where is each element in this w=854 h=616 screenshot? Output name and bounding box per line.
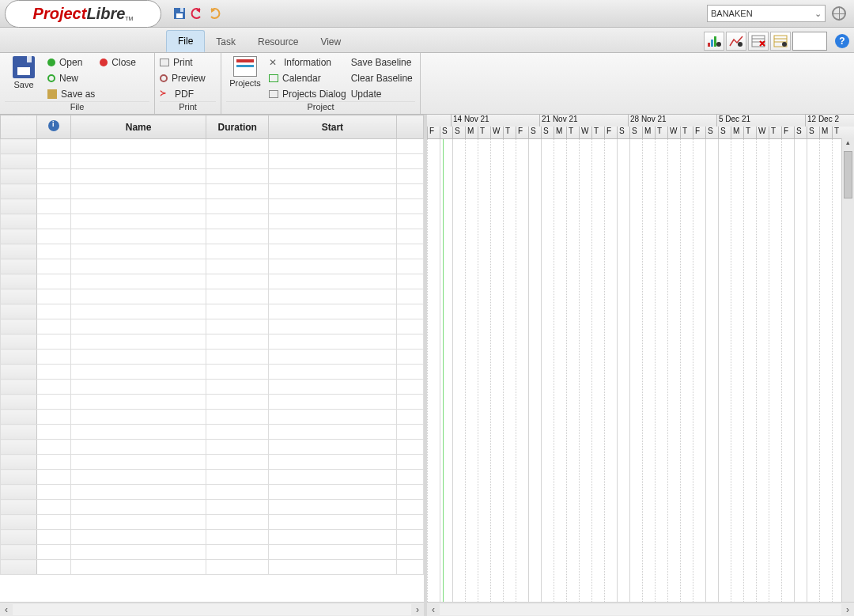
task-table[interactable]: Name Duration Start — [0, 115, 424, 575]
print-button[interactable]: Print — [160, 55, 206, 70]
day-header[interactable]: M — [465, 127, 478, 138]
day-header[interactable]: M — [819, 127, 832, 138]
table-row[interactable] — [1, 425, 424, 440]
gantt-hscroll[interactable]: ‹ › — [427, 602, 854, 616]
day-header[interactable]: F — [516, 127, 528, 138]
day-header[interactable]: M — [731, 127, 743, 138]
qat-save-icon[interactable] — [172, 6, 187, 21]
table-row[interactable] — [1, 440, 424, 455]
day-header[interactable]: T — [655, 127, 667, 138]
day-header[interactable]: S — [541, 127, 554, 138]
week-header[interactable]: 12 Dec 2 — [805, 115, 852, 127]
day-header[interactable]: W — [579, 127, 591, 138]
saveas-button[interactable]: Save as — [47, 87, 95, 101]
calendar-button[interactable]: Calendar — [269, 71, 346, 85]
day-header[interactable]: T — [743, 127, 756, 138]
day-header[interactable]: T — [832, 127, 845, 138]
day-header[interactable]: T — [591, 127, 604, 138]
day-header[interactable]: M — [642, 127, 655, 138]
day-header[interactable]: S — [452, 127, 465, 138]
day-header[interactable]: S — [528, 127, 541, 138]
day-header[interactable]: T — [503, 127, 516, 138]
timeline-weeks[interactable]: 14 Nov 2121 Nov 2128 Nov 215 Dec 2112 De… — [427, 115, 854, 127]
clear-baseline-button[interactable]: Clear Baseline — [351, 71, 413, 85]
task-table-hscroll[interactable]: ‹ › — [0, 602, 424, 616]
scroll-track[interactable] — [440, 604, 841, 615]
col-duration[interactable]: Duration — [206, 115, 269, 139]
day-header[interactable]: T — [478, 127, 490, 138]
scroll-left-icon[interactable]: ‹ — [427, 604, 440, 615]
help-icon[interactable]: ? — [835, 34, 849, 48]
table-row[interactable] — [1, 244, 424, 259]
table-row[interactable] — [1, 545, 424, 560]
table-row[interactable] — [1, 139, 424, 154]
week-header[interactable]: 21 Nov 21 — [539, 115, 628, 127]
pdf-button[interactable]: ≻PDF — [160, 87, 206, 101]
scroll-left-icon[interactable]: ‹ — [0, 604, 13, 615]
table-row[interactable] — [1, 380, 424, 395]
week-header[interactable]: 5 Dec 21 — [716, 115, 805, 127]
scroll-up-icon[interactable]: ▴ — [842, 138, 854, 149]
table-row[interactable] — [1, 259, 424, 274]
timeline-days[interactable]: FSSMTWTFSSMTWTFSSMTWTFSSMTWTFSSMT — [427, 127, 854, 138]
table-row[interactable] — [1, 350, 424, 365]
table-row[interactable] — [1, 515, 424, 530]
day-header[interactable]: T — [680, 127, 693, 138]
tab-resource[interactable]: Resource — [247, 32, 309, 52]
tab-file[interactable]: File — [166, 30, 205, 52]
day-header[interactable]: W — [490, 127, 503, 138]
week-header[interactable]: 14 Nov 21 — [451, 115, 539, 127]
table-row[interactable] — [1, 199, 424, 214]
table-row[interactable] — [1, 289, 424, 304]
table-row[interactable] — [1, 530, 424, 545]
close-button[interactable]: Close — [100, 55, 136, 70]
gantt-vscroll[interactable]: ▴ — [841, 138, 854, 602]
table-row[interactable] — [1, 395, 424, 410]
week-header[interactable]: 28 Nov 21 — [628, 115, 716, 127]
table-row[interactable] — [1, 214, 424, 229]
table-row[interactable] — [1, 229, 424, 244]
col-info[interactable] — [37, 115, 70, 139]
table-row[interactable] — [1, 560, 424, 575]
projects-button[interactable]: Projects — [226, 55, 264, 88]
day-header[interactable]: F — [427, 127, 440, 138]
tab-view[interactable]: View — [309, 32, 352, 52]
view-gantt-icon[interactable] — [704, 32, 724, 51]
day-header[interactable]: S — [807, 127, 819, 138]
view-empty-slot[interactable] — [792, 32, 827, 51]
timeline-header[interactable]: 14 Nov 2121 Nov 2128 Nov 215 Dec 2112 De… — [427, 115, 854, 139]
col-start[interactable]: Start — [269, 115, 397, 139]
table-row[interactable] — [1, 184, 424, 199]
table-row[interactable] — [1, 500, 424, 515]
save-button[interactable]: Save — [5, 55, 43, 89]
corner-header[interactable] — [1, 115, 37, 139]
update-button[interactable]: Update — [351, 87, 413, 101]
day-header[interactable]: F — [781, 127, 794, 138]
new-button[interactable]: New — [47, 71, 95, 85]
day-header[interactable]: S — [705, 127, 718, 138]
table-row[interactable] — [1, 455, 424, 470]
day-header[interactable]: T — [769, 127, 781, 138]
gantt-chart-area[interactable] — [427, 139, 854, 602]
qat-undo-icon[interactable] — [190, 6, 204, 21]
day-header[interactable]: T — [566, 127, 579, 138]
scroll-right-icon[interactable]: › — [411, 604, 424, 615]
table-row[interactable] — [1, 169, 424, 184]
table-row[interactable] — [1, 154, 424, 169]
scroll-track[interactable] — [13, 604, 411, 615]
day-header[interactable]: F — [604, 127, 617, 138]
col-extra[interactable] — [396, 115, 423, 139]
save-baseline-button[interactable]: Save Baseline — [351, 55, 413, 70]
table-row[interactable] — [1, 319, 424, 334]
table-row[interactable] — [1, 470, 424, 485]
day-header[interactable]: S — [794, 127, 807, 138]
projects-dialog-button[interactable]: Projects Dialog — [269, 87, 346, 101]
table-row[interactable] — [1, 410, 424, 425]
day-header[interactable]: F — [693, 127, 705, 138]
day-header[interactable]: S — [629, 127, 642, 138]
day-header[interactable]: W — [756, 127, 769, 138]
table-row[interactable] — [1, 274, 424, 289]
col-name[interactable]: Name — [70, 115, 206, 139]
project-selector-combo[interactable]: BANAKEN ⌄ — [707, 5, 826, 22]
open-button[interactable]: Open — [47, 55, 95, 70]
